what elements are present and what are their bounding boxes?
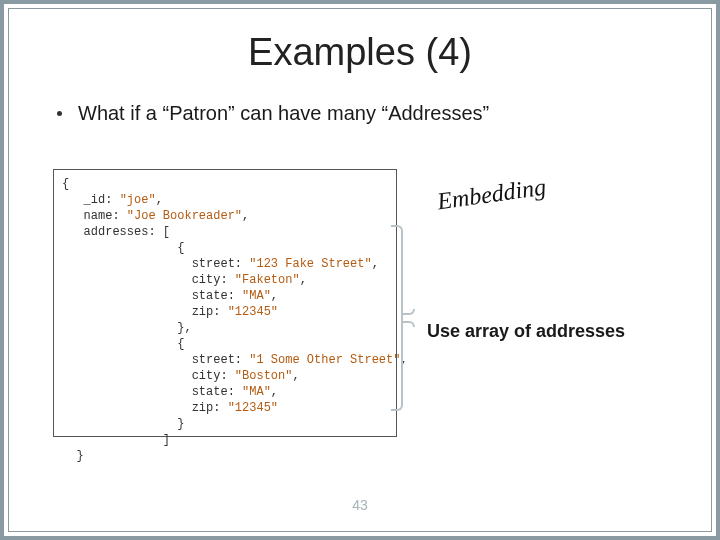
slide-title: Examples (4) xyxy=(9,31,711,74)
code-text: , xyxy=(156,193,163,207)
code-text: , xyxy=(292,369,299,383)
code-text: { xyxy=(177,337,184,351)
code-text: street: xyxy=(192,257,242,271)
code-text: "12345" xyxy=(228,401,278,415)
code-text: "joe" xyxy=(120,193,156,207)
code-text: zip: xyxy=(192,401,221,415)
code-text: _id: xyxy=(84,193,113,207)
code-text: city: xyxy=(192,273,228,287)
code-block: { _id: "joe", name: "Joe Bookreader", ad… xyxy=(53,169,397,437)
code-text: "Faketon" xyxy=(235,273,300,287)
code-text: city: xyxy=(192,369,228,383)
code-text: street: xyxy=(192,353,242,367)
brace-icon xyxy=(391,225,413,411)
code-text: addresses: xyxy=(84,225,156,239)
code-text: ] xyxy=(163,433,170,447)
code-text: "12345" xyxy=(228,305,278,319)
slide-frame: Examples (4) What if a “Patron” can have… xyxy=(0,0,720,540)
code-text: , xyxy=(372,257,379,271)
code-text: "Boston" xyxy=(235,369,293,383)
bullet-text: What if a “Patron” can have many “Addres… xyxy=(78,102,489,125)
code-text: name: xyxy=(84,209,120,223)
code-text: "Joe Bookreader" xyxy=(127,209,242,223)
code-text: { xyxy=(177,241,184,255)
slide-inner: Examples (4) What if a “Patron” can have… xyxy=(8,8,712,532)
code-text: , xyxy=(300,273,307,287)
bullet-dot-icon xyxy=(57,111,62,116)
bullet-item: What if a “Patron” can have many “Addres… xyxy=(57,102,711,125)
code-text: , xyxy=(271,385,278,399)
code-text: state: xyxy=(192,289,235,303)
code-text: [ xyxy=(163,225,170,239)
code-text: "123 Fake Street" xyxy=(249,257,371,271)
code-text: } xyxy=(177,417,184,431)
code-text: }, xyxy=(177,321,191,335)
code-text: "1 Some Other Street" xyxy=(249,353,400,367)
embedding-label: Embedding xyxy=(436,174,548,216)
code-text: } xyxy=(76,449,83,463)
code-text: state: xyxy=(192,385,235,399)
page-number: 43 xyxy=(9,497,711,513)
code-text: "MA" xyxy=(242,385,271,399)
code-text: zip: xyxy=(192,305,221,319)
code-text: , xyxy=(271,289,278,303)
code-text: "MA" xyxy=(242,289,271,303)
note-label: Use array of addresses xyxy=(427,321,625,342)
code-text: , xyxy=(242,209,249,223)
code-text: { xyxy=(62,177,69,191)
